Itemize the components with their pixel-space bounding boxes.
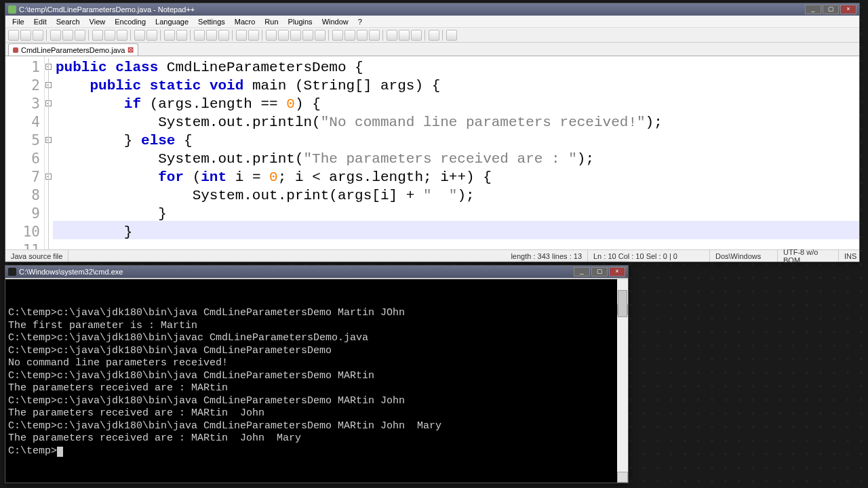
menu-settings[interactable]: Settings <box>194 16 229 27</box>
menu-plugins[interactable]: Plugins <box>284 16 317 27</box>
tab-label: CmdLineParametersDemo.java <box>21 46 125 54</box>
menu-?[interactable]: ? <box>354 16 366 27</box>
cmd-titlebar[interactable]: C:\Windows\system32\cmd.exe _ ▢ × <box>5 266 628 278</box>
toolbar-button[interactable] <box>146 30 157 41</box>
close-button[interactable]: × <box>609 267 625 277</box>
menu-run[interactable]: Run <box>260 16 282 27</box>
menu-window[interactable]: Window <box>318 16 353 27</box>
cursor <box>57 447 63 457</box>
toolbar-button[interactable] <box>248 30 259 41</box>
toolbar-button[interactable] <box>134 30 145 41</box>
toolbar-button[interactable] <box>387 30 397 41</box>
menu-file[interactable]: File <box>8 16 28 27</box>
terminal-line: C:\temp>c:\java\jdk180\bin\java CmdLineP… <box>8 370 627 383</box>
toolbar-button[interactable] <box>429 30 439 41</box>
toolbar-button[interactable] <box>315 30 326 41</box>
npp-titlebar[interactable]: C:\temp\CmdLineParametersDemo.java - Not… <box>5 3 859 16</box>
npp-app-icon <box>8 5 16 14</box>
toolbar-button[interactable] <box>194 30 205 41</box>
menu-language[interactable]: Language <box>151 16 193 27</box>
toolbar-button[interactable] <box>20 30 31 41</box>
toolbar-button[interactable] <box>218 30 229 41</box>
maximize-button[interactable]: ▢ <box>591 267 608 277</box>
toolbar-button[interactable] <box>302 30 313 41</box>
menu-macro[interactable]: Macro <box>231 16 260 27</box>
minimize-button[interactable]: _ <box>805 5 821 14</box>
terminal-line: C:\temp>c:\java\jdk180\bin\java CmdLineP… <box>8 345 627 358</box>
scroll-thumb[interactable] <box>618 290 627 317</box>
terminal-line: The parameters received are : MARtin Joh… <box>8 407 627 420</box>
fold-gutter <box>45 56 53 249</box>
notepad-plus-plus-window: C:\temp\CmdLineParametersDemo.java - Not… <box>5 3 860 262</box>
toolbar-button[interactable] <box>50 30 61 41</box>
terminal-line: The parameters received are : MARtin <box>8 382 627 395</box>
status-encoding: UTF-8 w/o BOM <box>778 250 839 262</box>
editor: 1234567891011 public class CmdLineParame… <box>5 56 859 249</box>
menubar: FileEditSearchViewEncodingLanguageSettin… <box>5 16 859 28</box>
maximize-button[interactable]: ▢ <box>823 5 839 14</box>
menu-view[interactable]: View <box>85 16 110 27</box>
toolbar-button[interactable] <box>117 30 127 41</box>
statusbar: Java source file length : 343 lines : 13… <box>5 249 859 262</box>
terminal-line: C:\temp>c:\java\jdk180\bin\java CmdLineP… <box>8 395 627 408</box>
modified-indicator-icon <box>13 47 18 53</box>
terminal-line: The first parameter is : Martin <box>8 320 627 333</box>
toolbar-button[interactable] <box>332 30 343 41</box>
status-filetype: Java source file <box>5 250 68 262</box>
line-number-gutter: 1234567891011 <box>5 56 45 249</box>
menu-encoding[interactable]: Encoding <box>111 16 150 27</box>
file-tab[interactable]: CmdLineParametersDemo.java ⊠ <box>8 43 138 56</box>
toolbar-button[interactable] <box>369 30 380 41</box>
toolbar-button[interactable] <box>411 30 422 41</box>
toolbar-button[interactable] <box>290 30 301 41</box>
terminal-line: C:\temp>c:\java\jdk180\bin\java CmdLineP… <box>8 420 627 433</box>
toolbar-button[interactable] <box>278 30 289 41</box>
toolbar <box>5 28 859 43</box>
toolbar-button[interactable] <box>8 30 19 41</box>
toolbar-button[interactable] <box>92 30 103 41</box>
toolbar-button[interactable] <box>236 30 247 41</box>
status-ins: INS <box>839 250 859 262</box>
toolbar-button[interactable] <box>206 30 217 41</box>
code-area[interactable]: public class CmdLineParametersDemo { pub… <box>53 56 859 249</box>
toolbar-button[interactable] <box>266 30 277 41</box>
terminal-line: No command line parameters received! <box>8 357 627 370</box>
toolbar-button[interactable] <box>176 30 187 41</box>
terminal-line: C:\temp>c:\java\jdk180\bin\java CmdLineP… <box>8 307 627 320</box>
menu-edit[interactable]: Edit <box>30 16 51 27</box>
toolbar-button[interactable] <box>446 30 457 41</box>
close-button[interactable]: × <box>840 5 856 14</box>
toolbar-button[interactable] <box>357 30 368 41</box>
toolbar-button[interactable] <box>104 30 115 41</box>
toolbar-button[interactable] <box>344 30 355 41</box>
status-eol: Dos\Windows <box>710 250 778 262</box>
terminal-line: C:\temp> <box>8 445 627 458</box>
terminal-line: C:\temp>c:\java\jdk180\bin\javac CmdLine… <box>8 332 627 345</box>
cmd-scrollbar[interactable] <box>617 279 628 483</box>
tab-close-icon[interactable]: ⊠ <box>127 45 134 54</box>
cmd-window: C:\Windows\system32\cmd.exe _ ▢ × C:\tem… <box>5 265 629 483</box>
toolbar-button[interactable] <box>75 30 85 41</box>
toolbar-button[interactable] <box>62 30 73 41</box>
cmd-terminal[interactable]: C:\temp>c:\java\jdk180\bin\java CmdLineP… <box>5 278 628 483</box>
toolbar-button[interactable] <box>33 30 43 41</box>
menu-search[interactable]: Search <box>52 16 84 27</box>
cmd-app-icon <box>8 268 16 276</box>
npp-title: C:\temp\CmdLineParametersDemo.java - Not… <box>19 5 804 14</box>
toolbar-button[interactable] <box>399 30 410 41</box>
cmd-title: C:\Windows\system32\cmd.exe <box>19 268 572 276</box>
status-length: length : 343 lines : 13 <box>505 250 588 262</box>
minimize-button[interactable]: _ <box>574 267 590 277</box>
status-position: Ln : 10 Col : 10 Sel : 0 | 0 <box>588 250 710 262</box>
terminal-line: The parameters received are : MARtin Joh… <box>8 432 627 445</box>
scroll-down-button[interactable] <box>617 472 628 483</box>
tabbar: CmdLineParametersDemo.java ⊠ <box>5 43 859 56</box>
toolbar-button[interactable] <box>164 30 175 41</box>
